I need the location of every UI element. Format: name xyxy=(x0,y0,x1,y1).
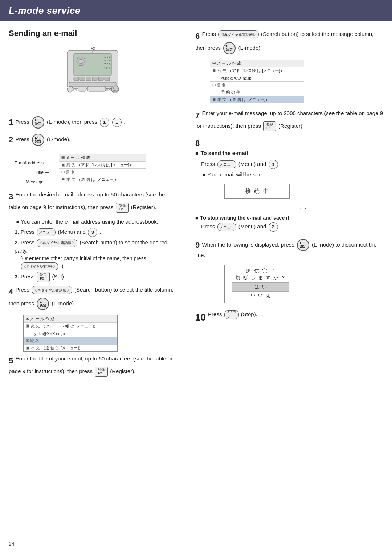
step-5-num: 5 xyxy=(9,356,13,365)
step-4-num: 4 xyxy=(9,287,13,296)
step-2: 2 Press L·決定 (L-mode). xyxy=(9,134,176,146)
step-10-after: (Stop). xyxy=(241,311,257,317)
step-8: 8 To send the e-mail Press メニュー (Menu) a… xyxy=(195,137,383,179)
compose3-row-email-value: yuka@XXX.ne.jp xyxy=(210,74,304,81)
compose2-row-title: ✉ 題 名 xyxy=(24,337,117,344)
compose-header-2: ✉ メ ー ル 作 成 xyxy=(24,315,117,322)
step-8-menu-btn: メニュー xyxy=(217,160,236,168)
to-stop-header: To stop writing the e-mail and save it xyxy=(195,215,383,221)
step-9-lmode-btn: L·決定 xyxy=(297,239,309,251)
page-title: L-mode service xyxy=(9,5,383,16)
step-6-end: (L-mode). xyxy=(238,45,262,51)
compose2-row-message: ▣ 本 文 （送 信 は [メニュー]） xyxy=(24,344,117,351)
step-5: 5 Enter the title of your e-mail, up to … xyxy=(9,355,176,377)
svg-rect-25 xyxy=(87,86,106,91)
step-7-register: (Register). xyxy=(278,123,304,129)
step-3-register: (Register). xyxy=(131,204,156,210)
svg-rect-9 xyxy=(105,77,110,81)
to-send-header: To send the e-mail xyxy=(195,149,383,158)
svg-point-15 xyxy=(79,59,83,64)
svg-text:F2: F2 xyxy=(91,46,95,50)
device-svg: F2 1 2 3 4 5 6 7 8 9 * 0 # xyxy=(56,43,129,110)
step-4-lmode-btn: L·決定 xyxy=(37,298,49,310)
svg-rect-8 xyxy=(98,77,103,81)
disconnect-line1: 送 信 完 了 xyxy=(225,268,297,274)
step-7-num: 7 xyxy=(195,111,200,120)
step-3-num: 3 xyxy=(9,192,13,201)
step-1-text-mid: (L-mode), then press xyxy=(47,119,97,125)
svg-rect-16 xyxy=(69,82,116,87)
step-1-num: 1 xyxy=(9,118,13,127)
compose-screen-2: ✉ メ ー ル 作 成 ▣ 宛 先 （アド゛レス帳 は [メニュー]） yuka… xyxy=(23,315,118,352)
step-8-btn-1: 1 xyxy=(269,160,278,169)
step-8-btn-2: 2 xyxy=(269,222,278,232)
step-5-end: (Register). xyxy=(110,368,135,374)
svg-rect-4 xyxy=(74,77,79,81)
hai-row: は い xyxy=(232,282,289,291)
svg-text:1 2 3: 1 2 3 xyxy=(104,55,111,58)
iie-row: い い え xyxy=(232,291,289,300)
step-4-end: (L-mode). xyxy=(52,300,75,306)
section-title: Sending an e-mail xyxy=(9,29,176,38)
step-3: 3 Enter the desired e-mail address, up t… xyxy=(9,191,176,213)
svg-rect-5 xyxy=(80,77,85,81)
step-1-press: Press xyxy=(15,119,29,125)
compose3-row-title: ✉ 題 名 xyxy=(210,81,304,89)
step-8-sub1: Press メニュー (Menu) and 1 . xyxy=(201,160,383,169)
compose3-row-message: ▣ 本 文 （送 信 は [メニュー]） xyxy=(210,96,304,103)
compose-header-1: ✉ メ ー ル 作 成 xyxy=(59,154,146,161)
step-2-text-after: (L-mode). xyxy=(47,136,70,142)
step-6-lmode-btn: L·決定 xyxy=(223,42,236,54)
svg-rect-7 xyxy=(92,77,97,81)
step-5-f2-btn: 登録F2 xyxy=(95,367,108,377)
disconnect-box: 送 信 完 了 切 断 し ま す か ？ は い い い え xyxy=(224,265,297,303)
title-label: Title — xyxy=(15,168,49,176)
step-1-btn-1a: 1 xyxy=(100,118,109,127)
step-3-sub2: 2. Press ◁再ダイヤル電話帳▷ (Search button) to s… xyxy=(15,239,176,271)
step-10-num: 10 xyxy=(195,312,206,323)
step-6-press: Press xyxy=(202,31,217,37)
message-label: Message — xyxy=(15,178,49,186)
step-2-num: 2 xyxy=(9,135,13,144)
svg-text:4 5 6: 4 5 6 xyxy=(104,59,111,62)
step-1-lmode-btn: L·決定 xyxy=(32,116,44,129)
compose-row-title: ✉ 題 名 xyxy=(59,168,146,176)
step-6: 6 Press ◁再ダイヤル電話帳▷ (Search button) to se… xyxy=(195,30,383,54)
compose-screen-1: ✉ メ ー ル 作 成 ▣ 宛 先 （アド゛レス帳 は [メニュー]） ✉ 題 … xyxy=(59,154,146,183)
step-3-sub3-after: (Set). xyxy=(52,273,65,280)
step-7-f2-btn: 登録F2 xyxy=(263,121,276,131)
step-3-btn-3: 3 xyxy=(88,228,97,237)
device-image-area: F2 1 2 3 4 5 6 7 8 9 * 0 # xyxy=(9,43,176,110)
step-9: 9 When the following is displayed, press… xyxy=(195,239,383,260)
step-4: 4 Press ◁再ダイヤル電話帳▷ (Search button) to se… xyxy=(9,286,176,310)
step-3-sub1: 1. Press メニュー (Menu) and 3 . xyxy=(15,228,176,237)
step-10-stop-btn: ストップ xyxy=(224,310,239,319)
step-3-search-btn: ◁再ダイヤル電話帳▷ xyxy=(37,239,77,247)
step-2-lmode-btn: L·決定 xyxy=(32,134,44,146)
compose-screen-1-area: E-mail address — Title — Message — ✉ メ ー… xyxy=(15,151,176,186)
step-4-press: Press xyxy=(15,286,31,293)
compose3-row-email: ▣ 宛 先 （アド゛レス帳 は [メニュー]） xyxy=(210,67,304,74)
step-3-bullet: ● You can enter the e-mail address using… xyxy=(16,218,176,226)
svg-text:L: L xyxy=(113,87,115,89)
svg-rect-6 xyxy=(86,77,91,81)
svg-text:7 8 9: 7 8 9 xyxy=(104,62,111,66)
step-8-sub2: Press メニュー (Menu) and 2 . xyxy=(201,222,383,232)
page-header: L-mode service xyxy=(0,0,392,21)
compose-row-message: ▣ 本 文 （送 信 は [メニュー]） xyxy=(59,176,146,183)
compose3-row-title-value: 予 約 の 件 xyxy=(210,89,304,96)
step-1-end: . xyxy=(124,119,125,125)
svg-text:* 0 #: * 0 # xyxy=(104,66,110,69)
email-address-label: E-mail address — xyxy=(15,159,49,167)
svg-point-23 xyxy=(67,86,73,92)
step-3-f2-btn: 登録F2 xyxy=(116,203,129,213)
svg-text:決定: 決定 xyxy=(113,90,118,92)
step-10: 10 Press ストップ (Stop). xyxy=(195,310,383,325)
step-4-search-btn: ◁再ダイヤル電話帳▷ xyxy=(32,286,72,294)
connecting-box: 接 続 中 xyxy=(224,184,290,199)
compose-header-3: ✉ メ ー ル 作 成 xyxy=(210,60,304,67)
step-3-set-btn: 決定F2 xyxy=(37,272,50,282)
dots: … xyxy=(224,202,383,211)
step-7: 7 Enter your e-mail message, up to 2000 … xyxy=(195,109,383,131)
left-column: Sending an e-mail F2 1 2 3 4 5 6 xyxy=(0,21,185,389)
